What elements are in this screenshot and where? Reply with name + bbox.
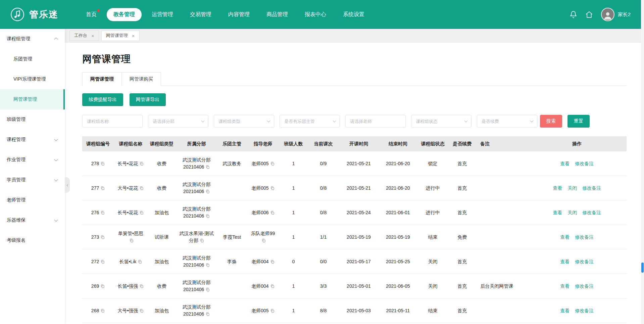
copy-icon[interactable] — [100, 260, 105, 264]
action-edit-remark[interactable]: 修改备注 — [582, 185, 601, 192]
copy-icon[interactable] — [100, 161, 105, 166]
filter-teacher-input[interactable] — [345, 115, 406, 128]
sidebar-subitem-vip-theory-mgmt[interactable]: VIP/乐理课管理 — [0, 69, 65, 89]
action-view[interactable]: 查看 — [553, 185, 562, 192]
copy-icon[interactable] — [129, 238, 134, 243]
close-icon[interactable]: × — [91, 33, 94, 38]
table-row: 276长号•花花加油包武汉测试分部20210406老师00610/82021-0… — [82, 200, 627, 225]
copy-icon[interactable] — [139, 186, 144, 190]
copy-icon[interactable] — [270, 309, 275, 313]
copy-icon[interactable] — [139, 211, 144, 215]
action-edit-remark[interactable]: 修改备注 — [582, 209, 601, 216]
sidebar-collapse-handle[interactable]: ‹ — [65, 177, 70, 193]
sidebar-item-teacher-mgmt[interactable]: 老师管理 — [0, 190, 65, 210]
sidebar-item-instrument-maintenance[interactable]: 乐器维保 — [0, 210, 65, 230]
nav-item-home[interactable]: 首页 — [79, 8, 103, 21]
cell-current-session-text: 8/8 — [320, 308, 327, 313]
search-button[interactable]: 搜索 — [540, 115, 562, 128]
copy-icon[interactable] — [205, 189, 210, 194]
copy-icon[interactable] — [139, 161, 144, 166]
sidebar-item-course-mgmt[interactable]: 课程管理 — [0, 130, 65, 150]
sidebar-item-exam-registration[interactable]: 考级报名 — [0, 230, 65, 250]
tab-online-course-purchase[interactable]: 网管课购买 — [121, 72, 161, 86]
copy-icon[interactable] — [100, 211, 105, 215]
copy-icon[interactable] — [205, 165, 210, 169]
action-edit-remark[interactable]: 修改备注 — [575, 234, 594, 241]
action-edit-remark[interactable]: 修改备注 — [575, 160, 594, 167]
copy-icon[interactable] — [139, 284, 144, 288]
copy-icon[interactable] — [205, 214, 210, 218]
copy-icon[interactable] — [270, 284, 275, 288]
action-edit-remark[interactable]: 修改备注 — [575, 283, 594, 290]
close-icon[interactable]: × — [132, 33, 135, 38]
nav-item-label: 内容管理 — [228, 11, 250, 17]
filter-branch-select[interactable] — [148, 115, 208, 128]
copy-icon[interactable] — [270, 211, 275, 215]
page-scrollbar[interactable] — [641, 0, 644, 324]
nav-item-trade[interactable]: 交易管理 — [183, 8, 218, 21]
user-avatar[interactable] — [601, 8, 614, 21]
sidebar-item-course-group-mgmt[interactable]: 课程组管理 — [0, 29, 65, 49]
cell-course-group-type-text: 收费 — [157, 185, 166, 191]
action-view[interactable]: 查看 — [560, 258, 569, 265]
window-tab-label: 网管课管理 — [106, 33, 128, 39]
copy-icon[interactable] — [205, 263, 210, 267]
sidebar-item-class-mgmt[interactable]: 班级管理 — [0, 109, 65, 130]
nav-item-academic[interactable]: 教务管理 — [107, 8, 142, 21]
copy-icon[interactable] — [100, 284, 105, 288]
copy-icon[interactable] — [100, 235, 105, 239]
cell-branch: 武汉水果湖-测试分部 — [176, 225, 217, 249]
copy-icon[interactable] — [205, 312, 210, 316]
copy-icon[interactable] — [205, 287, 210, 292]
nav-item-goods[interactable]: 商品管理 — [260, 8, 295, 21]
action-view[interactable]: 查看 — [560, 160, 569, 167]
action-close[interactable]: 关闭 — [567, 209, 577, 216]
user-name[interactable]: 家长2 — [618, 11, 631, 18]
cell-orchestra-leader: 李焕 — [217, 249, 247, 274]
nav-item-reports[interactable]: 报表中心 — [298, 8, 333, 21]
action-edit-remark[interactable]: 修改备注 — [575, 307, 594, 314]
window-tab-online-course-mgmt[interactable]: 网管课管理× — [101, 31, 140, 41]
copy-icon[interactable] — [270, 260, 275, 264]
action-view[interactable]: 查看 — [560, 307, 569, 314]
sidebar-item-homework-mgmt[interactable]: 作业管理 — [0, 150, 65, 170]
filter-course-group-status-select[interactable] — [411, 115, 472, 128]
sidebar-subitem-label: VIP/乐理课管理 — [13, 76, 46, 82]
filter-course-group-type-select[interactable] — [214, 115, 274, 128]
cell-start-date: 2021-05-03 — [339, 298, 379, 323]
action-view[interactable]: 查看 — [553, 209, 562, 216]
sidebar-subitem-orchestra-mgmt[interactable]: 乐团管理 — [0, 49, 65, 69]
copy-icon[interactable] — [270, 186, 275, 190]
home-icon[interactable] — [585, 11, 593, 18]
copy-icon[interactable] — [139, 309, 144, 313]
copy-icon[interactable] — [270, 161, 275, 166]
copy-icon[interactable] — [138, 260, 142, 264]
action-close[interactable]: 关闭 — [567, 185, 577, 192]
online-course-export-button[interactable]: 网管课导出 — [130, 93, 166, 106]
sidebar-item-student-mgmt[interactable]: 学员管理 — [0, 170, 65, 190]
reset-button[interactable]: 重置 — [567, 115, 590, 128]
action-edit-remark[interactable]: 修改备注 — [575, 258, 594, 265]
nav-item-operations[interactable]: 运营管理 — [145, 8, 180, 21]
tab-online-course-mgmt[interactable]: 网管课管理 — [82, 72, 122, 86]
sidebar-item-label: 作业管理 — [7, 157, 26, 163]
filter-has-orchestra-leader-select[interactable] — [280, 115, 340, 128]
scrollbar-thumb[interactable] — [641, 263, 644, 273]
copy-icon[interactable] — [261, 238, 266, 243]
action-view[interactable]: 查看 — [560, 234, 569, 241]
cell-current-session: 0/8 — [307, 176, 339, 200]
window-tab-workbench[interactable]: 工作台× — [69, 31, 99, 41]
copy-icon[interactable] — [200, 238, 204, 243]
copy-icon[interactable] — [100, 186, 105, 190]
sidebar-subitem-online-course-mgmt[interactable]: 网管课管理 — [0, 89, 65, 109]
copy-icon[interactable] — [100, 309, 105, 313]
renew-reminder-export-button[interactable]: 续费提醒导出 — [82, 93, 123, 106]
filter-course-group-name-input[interactable] — [82, 115, 143, 128]
cell-start-date-text: 2021-05-17 — [347, 259, 371, 264]
table-row: 273单簧管•思思试听课武汉水果湖-测试分部李霞Test乐队老师9911/120… — [82, 225, 627, 249]
filter-is-renew-select[interactable] — [477, 115, 537, 128]
nav-item-settings[interactable]: 系统设置 — [336, 8, 371, 21]
action-view[interactable]: 查看 — [560, 283, 569, 290]
notifications-bell-icon[interactable] — [569, 11, 577, 18]
nav-item-content[interactable]: 内容管理 — [221, 8, 256, 21]
